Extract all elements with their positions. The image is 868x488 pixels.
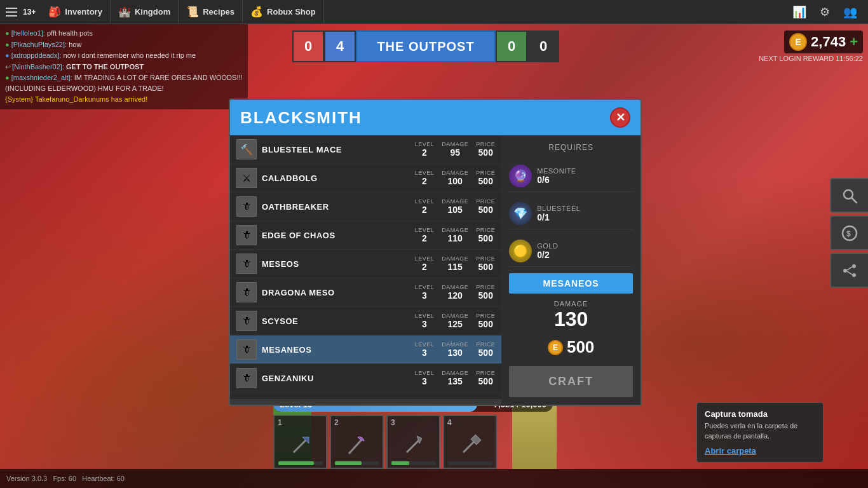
requirement-gold: 🟡 GOLD 0/2 xyxy=(509,236,633,267)
score-right: 0 xyxy=(496,30,527,62)
coin-icon: E xyxy=(789,33,807,51)
hotbar-slot-2[interactable]: 2 xyxy=(330,415,384,469)
svg-line-8 xyxy=(851,198,857,203)
hotbar-durability-2 xyxy=(335,461,379,465)
inventory-icon: 🎒 xyxy=(48,6,61,18)
chat-dot xyxy=(5,51,11,59)
svg-line-2 xyxy=(349,438,363,454)
hotbar-durability-fill-1 xyxy=(278,461,314,465)
nav-recipes-label: Recipes xyxy=(203,7,234,17)
nav-kingdom[interactable]: 🏰 Kingdom xyxy=(111,0,179,24)
menu-icon[interactable] xyxy=(0,0,23,24)
item-row-meseos[interactable]: 🗡 MESEOS LEVEL2 DAMAGE115 PRICE500 xyxy=(230,250,501,278)
req-bluesteel-details: BLUESTEEL 0/1 xyxy=(537,205,580,222)
kingdom-icon: 🏰 xyxy=(118,6,131,18)
craft-button[interactable]: CRAFT xyxy=(509,366,633,397)
hotbar-slot-4[interactable]: 4 xyxy=(443,415,497,469)
item-stats-meseos: LEVEL2 DAMAGE115 PRICE500 xyxy=(415,255,496,272)
hotbar-durability-fill-2 xyxy=(335,461,362,465)
hotbar-slot-3[interactable]: 3 xyxy=(386,415,440,469)
score-far-right: 0 xyxy=(527,30,559,62)
hotbar-item-icon-2 xyxy=(341,430,373,461)
screenshot-title: Captura tomada xyxy=(705,409,815,419)
damage-label: DAMAGE xyxy=(509,300,633,308)
selected-item-name: MESANEOS xyxy=(509,273,633,294)
chat-line-2: [PikachuPlays22]: how xyxy=(5,39,243,50)
outpost-bar: 0 4 THE OUTPOST 0 0 xyxy=(292,30,559,62)
item-row-oathbreaker[interactable]: 🗡 OATHBREAKER LEVEL2 DAMAGE105 PRICE500 xyxy=(230,193,501,221)
modal-close-button[interactable]: ✕ xyxy=(610,107,630,128)
requires-label: REQUIRES xyxy=(509,143,633,152)
modal-title: BLACKSMITH xyxy=(240,108,362,128)
hotbar: 1 2 3 xyxy=(273,415,497,469)
item-stats-genzaniku: LEVEL3 DAMAGE135 PRICE500 xyxy=(415,370,496,386)
search-side-button[interactable] xyxy=(830,178,868,213)
nav-robux-label: Robux Shop xyxy=(267,7,316,17)
hotbar-num-3: 3 xyxy=(391,418,395,427)
item-row-dragona-meso[interactable]: 🗡 DRAGONA MESO LEVEL3 DAMAGE120 PRICE500 xyxy=(230,278,501,307)
modal-body: 🔨 BLUESTEEL MACE LEVEL2 DAMAGE95 PRICE50… xyxy=(230,135,641,405)
gold-icon: 🟡 xyxy=(509,240,532,262)
item-name-meseos: MESEOS xyxy=(262,259,410,269)
svg-point-13 xyxy=(852,273,856,277)
item-icon-bluesteel-mace: 🔨 xyxy=(236,139,257,159)
item-name-caladbolg: CALADBOLG xyxy=(262,173,410,183)
screenshot-description: Puedes verla en la carpeta de capturas d… xyxy=(705,421,815,441)
item-name-genzaniku: GENZANIKU xyxy=(262,374,410,383)
currency-plus-button[interactable]: + xyxy=(850,34,858,50)
item-row-scysoe[interactable]: 🗡 SCYSOE LEVEL3 DAMAGE125 PRICE500 xyxy=(230,307,501,336)
item-stats-edge-of-chaos: LEVEL2 DAMAGE110 PRICE500 xyxy=(415,227,496,243)
item-icon-edge-of-chaos: 🗡 xyxy=(236,225,257,245)
item-stats-scysoe: LEVEL3 DAMAGE125 PRICE500 xyxy=(415,313,496,329)
nav-robux-shop[interactable]: 💰 Robux Shop xyxy=(243,0,324,24)
req-bluesteel-name: BLUESTEEL xyxy=(537,205,580,212)
item-icon-mesaneos: 🗡 xyxy=(236,339,257,360)
screenshot-open-folder-link[interactable]: Abrir carpeta xyxy=(705,446,815,456)
svg-line-14 xyxy=(847,267,852,270)
chart-icon-button[interactable]: 📊 xyxy=(789,2,810,22)
svg-point-11 xyxy=(843,269,847,273)
right-panel: REQUIRES 🔮 MESONITE 0/6 💎 BLUESTEEL 0/1 … xyxy=(501,135,641,405)
item-row-genzaniku[interactable]: 🗡 GENZANIKU LEVEL3 DAMAGE135 PRICE500 xyxy=(230,364,501,393)
nav-recipes[interactable]: 📜 Recipes xyxy=(179,0,243,24)
item-name-oathbreaker: OATHBREAKER xyxy=(262,202,410,212)
svg-line-15 xyxy=(847,271,852,274)
req-mesonite-name: MESONITE xyxy=(537,167,576,175)
coin-side-button[interactable]: $ xyxy=(830,215,868,250)
req-mesonite-amount: 0/6 xyxy=(537,175,549,185)
bottom-bar: Version 3.0.3 Fps: 60 Heartbeat: 60 xyxy=(0,469,868,488)
chat-user: [helloleo1]: xyxy=(11,29,45,37)
hotbar-num-2: 2 xyxy=(334,418,339,427)
item-row-edge-of-chaos[interactable]: 🗡 EDGE OF CHAOS LEVEL2 DAMAGE110 PRICE50… xyxy=(230,221,501,250)
req-gold-details: GOLD 0/2 xyxy=(537,242,558,260)
version-label: Version 3.0.3 Fps: 60 Heartbeat: 60 xyxy=(6,475,125,482)
nav-inventory[interactable]: 🎒 Inventory xyxy=(41,0,111,24)
item-row-mesaneos[interactable]: 🗡 MESANEOS LEVEL3 DAMAGE130 PRICE500 xyxy=(230,336,501,364)
login-reward: NEXT LOGIN REWARD 11:56:22 xyxy=(759,55,863,62)
nav-inventory-label: Inventory xyxy=(65,7,102,17)
chat-line-5: [maxshnieder2_alt]: IM TRADING A LOT OF … xyxy=(5,72,243,93)
item-stats-oathbreaker: LEVEL2 DAMAGE105 PRICE500 xyxy=(415,198,496,215)
items-list[interactable]: 🔨 BLUESTEEL MACE LEVEL2 DAMAGE95 PRICE50… xyxy=(230,135,501,399)
svg-point-12 xyxy=(852,264,856,268)
settings-icon-button[interactable]: ⚙ xyxy=(815,2,835,22)
item-row-caladbolg[interactable]: ⚔ CALADBOLG LEVEL2 DAMAGE100 PRICE500 xyxy=(230,164,501,193)
item-icon-meseos: 🗡 xyxy=(236,254,257,274)
item-icon-caladbolg: ⚔ xyxy=(236,168,257,188)
item-name-dragona-meso: DRAGONA MESO xyxy=(262,288,410,297)
chat-line-1: [helloleo1]: pfft health pots xyxy=(5,28,243,39)
damage-value: 130 xyxy=(509,308,633,331)
item-row-bluesteel-mace[interactable]: 🔨 BLUESTEEL MACE LEVEL2 DAMAGE95 PRICE50… xyxy=(230,135,501,164)
item-stats-mesaneos: LEVEL3 DAMAGE130 PRICE500 xyxy=(415,341,496,358)
svg-text:$: $ xyxy=(846,229,851,238)
people-icon-button[interactable]: 👥 xyxy=(840,2,860,22)
currency-display: E 2,743 + NEXT LOGIN REWARD 11:56:22 xyxy=(759,30,863,62)
item-icon-oathbreaker: 🗡 xyxy=(236,196,257,217)
hotbar-slot-1[interactable]: 1 xyxy=(273,415,327,469)
hotbar-num-1: 1 xyxy=(278,418,282,427)
item-stats-caladbolg: LEVEL2 DAMAGE100 PRICE500 xyxy=(415,170,496,186)
currency-row: E 2,743 + xyxy=(784,30,863,53)
recipes-icon: 📜 xyxy=(186,6,199,18)
chat-system: {System} Takefaruno_Darkunums has arrive… xyxy=(5,94,243,105)
share-side-button[interactable] xyxy=(830,253,868,288)
